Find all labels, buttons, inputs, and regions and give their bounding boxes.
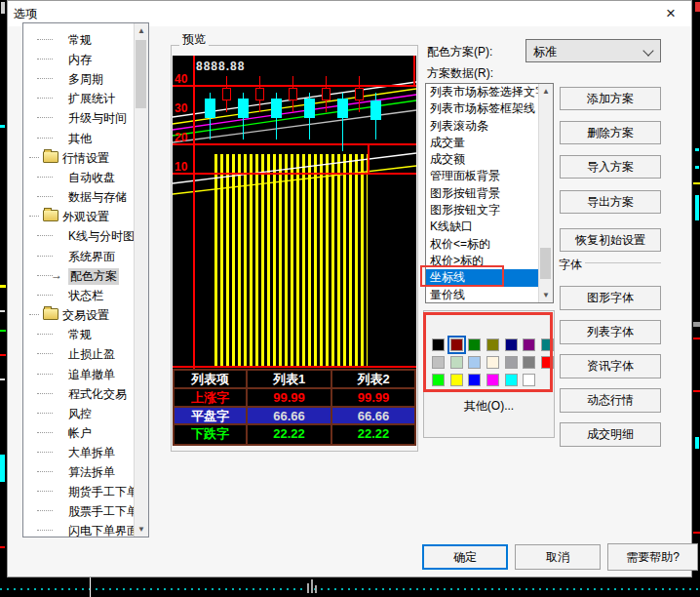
list-item[interactable]: 列表市场标签框架线 (426, 100, 541, 117)
export-scheme-button[interactable]: 导出方案 (560, 190, 661, 214)
tree-item[interactable]: K线与分时图 (23, 225, 133, 245)
tree-item-group[interactable]: 外观设置 (23, 206, 133, 225)
color-swatch-selected[interactable] (450, 338, 463, 351)
background-bottom-strip (0, 577, 700, 597)
scroll-thumb[interactable] (540, 248, 551, 279)
list-item[interactable]: 管理面板背景 (426, 168, 541, 184)
tree-item[interactable]: 多周期 (23, 68, 133, 88)
tree-item[interactable]: 扩展统计 (23, 88, 133, 107)
close-icon[interactable]: × (660, 3, 681, 24)
list-item[interactable]: 权价>标的 (426, 253, 541, 269)
color-swatch[interactable] (432, 374, 445, 386)
color-swatch[interactable] (450, 374, 463, 386)
tree-item[interactable]: 升级与时间 (23, 107, 133, 127)
list-item[interactable]: 成交量 (426, 135, 541, 151)
tree-item[interactable]: 追单撤单 (23, 364, 133, 383)
y-tick: 10 (175, 160, 187, 174)
color-swatch[interactable] (505, 374, 518, 386)
background-right-strip (692, 0, 700, 597)
tree-item[interactable]: 算法拆单 (23, 461, 133, 481)
restore-defaults-button[interactable]: 恢复初始设置 (560, 228, 661, 252)
tree-item-selected[interactable]: →配色方案 (23, 265, 133, 285)
color-swatch[interactable] (505, 356, 518, 369)
tree-scrollbar[interactable]: ▲ ▼ (134, 23, 148, 537)
list-scrollbar[interactable]: ▲ ▼ (538, 84, 553, 302)
folder-icon (43, 210, 58, 221)
font-section-divider (585, 262, 661, 263)
tree-item[interactable]: 内存 (23, 49, 133, 68)
ok-button[interactable]: 确定 (422, 544, 508, 570)
color-swatch[interactable] (486, 374, 499, 386)
list-item[interactable]: 成交额 (426, 151, 541, 168)
tree-item[interactable]: 风控 (23, 403, 133, 422)
settings-tree: 常规 内存 多周期 扩展统计 升级与时间 其他 行情设置 自动收盘 数据与存储 … (22, 22, 149, 537)
color-swatch[interactable] (541, 356, 554, 369)
dynamic-quote-font-button[interactable]: 动态行情 (560, 388, 661, 413)
tree-item-group[interactable]: 行情设置 (23, 147, 133, 167)
candle-up (289, 88, 297, 100)
scroll-up-icon[interactable]: ▲ (135, 23, 148, 38)
color-swatch[interactable] (486, 356, 499, 369)
scroll-up-icon[interactable]: ▲ (539, 84, 553, 99)
background-left-strip (0, 0, 7, 597)
import-scheme-button[interactable]: 导入方案 (560, 155, 661, 179)
tree-item[interactable]: 常规 (23, 29, 133, 49)
tree-item[interactable]: 止损止盈 (23, 343, 133, 363)
delete-scheme-button[interactable]: 删除方案 (560, 121, 661, 144)
color-swatch[interactable] (432, 356, 445, 369)
color-swatch[interactable] (523, 356, 535, 369)
grid-line (173, 366, 416, 368)
font-section-label: 字体 (559, 257, 582, 273)
list-item[interactable]: 列表市场标签选择文字 (426, 84, 541, 100)
tree-item-group[interactable]: 交易设置 (23, 304, 133, 324)
list-item[interactable]: K线缺口 (426, 219, 541, 235)
tree-item[interactable]: 股票手工下单 (23, 500, 133, 520)
color-swatch[interactable] (468, 356, 481, 369)
help-button[interactable]: 需要帮助? (607, 543, 698, 571)
scroll-down-icon[interactable]: ▼ (539, 288, 553, 302)
chart-font-button[interactable]: 图形字体 (560, 286, 661, 310)
news-font-button[interactable]: 资讯字体 (560, 354, 661, 378)
tree-item[interactable]: 程式化交易 (23, 383, 133, 403)
tree-item[interactable]: 常规 (23, 324, 133, 343)
tree-item[interactable]: 期货手工下单 (23, 481, 133, 500)
list-item[interactable]: 权价<=标的 (426, 236, 541, 253)
list-font-button[interactable]: 列表字体 (560, 320, 661, 344)
color-swatch[interactable] (523, 338, 535, 351)
color-swatch[interactable] (523, 374, 535, 386)
table-cell: 下跌字 (175, 425, 248, 444)
tree-item[interactable]: 其他 (23, 128, 133, 147)
color-swatch[interactable] (505, 338, 518, 351)
y-tick: 30 (175, 101, 187, 115)
color-swatch[interactable] (541, 338, 554, 351)
color-swatch[interactable] (468, 338, 481, 351)
color-swatch[interactable] (450, 356, 463, 369)
tree-item[interactable]: 闪电下单界面 (23, 520, 133, 537)
table-cell: 22.22 (248, 425, 332, 444)
color-swatch[interactable] (468, 374, 481, 386)
candle-down (337, 99, 348, 118)
cancel-button[interactable]: 取消 (515, 544, 601, 570)
color-swatch[interactable] (432, 338, 445, 351)
scheme-data-list[interactable]: 列表市场标签选择文字 列表市场标签框架线 列表滚动条 成交量 成交额 管理面板背… (425, 83, 554, 303)
tree-item[interactable]: 大单拆单 (23, 442, 133, 461)
table-cell: 66.66 (332, 408, 414, 426)
scroll-thumb[interactable] (136, 40, 146, 108)
tree-item[interactable]: 数据与存储 (23, 186, 133, 206)
list-item-selected[interactable]: 坐标线 (426, 269, 541, 286)
tree-item[interactable]: 自动收盘 (23, 167, 133, 186)
list-item[interactable]: 量价线 (426, 287, 541, 303)
add-scheme-button[interactable]: 添加方案 (560, 87, 661, 110)
list-item[interactable]: 图形按钮文字 (426, 202, 541, 219)
list-item[interactable]: 图形按钮背景 (426, 185, 541, 202)
scroll-down-icon[interactable]: ▼ (135, 522, 148, 537)
trade-detail-font-button[interactable]: 成交明细 (560, 422, 661, 447)
tree-item[interactable]: 帐户 (23, 422, 133, 442)
color-scheme-select[interactable]: 标准 (525, 39, 661, 62)
table-cell: 99.99 (332, 389, 414, 408)
list-item[interactable]: 列表滚动条 (426, 118, 541, 135)
tree-item[interactable]: 状态栏 (23, 285, 133, 304)
color-swatch[interactable] (486, 338, 499, 351)
tree-item[interactable]: 系统界面 (23, 246, 133, 265)
other-colors-button[interactable]: 其他(O)... (424, 398, 554, 415)
